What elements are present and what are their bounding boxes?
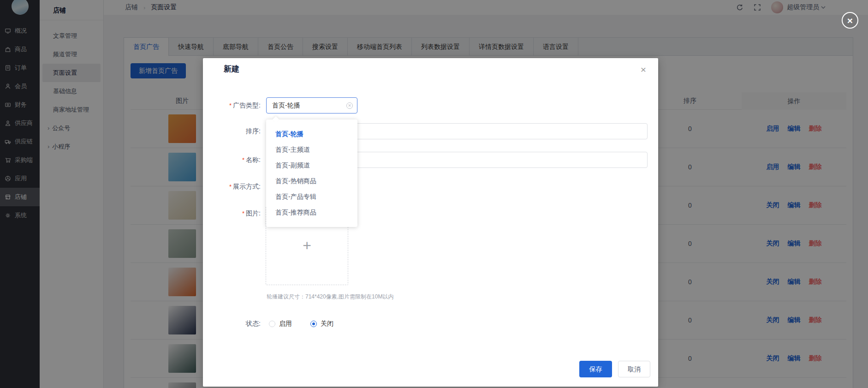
dropdown-option[interactable]: 首页-推荐商品 [266, 204, 357, 220]
upload-hint: 轮播建议尺寸：714*420像素,图片需限制在10M以内 [267, 293, 393, 301]
radio-checked-icon [310, 321, 317, 327]
modal-title: 新建 [224, 64, 239, 74]
plus-icon: + [303, 237, 311, 254]
radio-unchecked-icon [269, 321, 275, 327]
cancel-button[interactable]: 取消 [618, 361, 650, 377]
status-label: 状态: [203, 316, 261, 332]
dropdown-option[interactable]: 首页-热销商品 [266, 173, 357, 189]
status-field: 状态:启用关闭 [203, 316, 658, 332]
ad-type-value: 首页-轮播 [272, 101, 300, 109]
required-mark: * [229, 102, 232, 109]
dropdown-option[interactable]: 首页-主频道 [266, 142, 357, 157]
ad-type-dropdown: 首页-轮播 首页-主频道 首页-副频道 首页-热销商品 首页-产品专辑 首页-推… [266, 119, 357, 227]
app-root: 概况 商品 订单 会员 财务 供应商 [0, 0, 868, 388]
required-mark: * [229, 183, 232, 190]
image-label: 图片: [246, 209, 261, 217]
modal-close-icon[interactable]: × [641, 65, 646, 74]
status-radio-disable[interactable]: 关闭 [310, 316, 333, 332]
required-mark: * [242, 210, 244, 217]
status-radio-enable[interactable]: 启用 [269, 316, 292, 332]
name-label: 名称: [246, 156, 261, 163]
dropdown-option[interactable]: 首页-轮播 [266, 126, 357, 142]
dropdown-option[interactable]: 首页-副频道 [266, 157, 357, 173]
dropdown-option[interactable]: 首页-产品专辑 [266, 189, 357, 204]
ad-type-field: *广告类型: 首页-轮播 ✕ [203, 97, 658, 113]
required-mark: * [242, 156, 244, 163]
display-mode-label: 展示方式: [233, 183, 261, 190]
save-button[interactable]: 保存 [579, 361, 612, 377]
sort-label: 排序: [203, 123, 261, 139]
outer-close-button[interactable]: × [842, 12, 858, 29]
ad-type-select[interactable]: 首页-轮播 ✕ [266, 97, 357, 113]
clear-icon[interactable]: ✕ [346, 102, 353, 109]
ad-type-label: 广告类型: [233, 101, 261, 109]
